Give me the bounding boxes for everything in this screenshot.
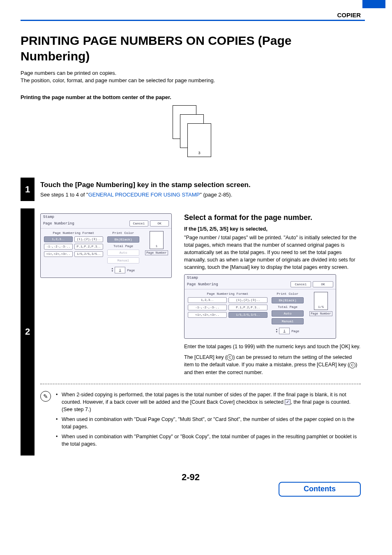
stack-sheet: 3 bbox=[187, 123, 211, 157]
auto-button-b[interactable]: Auto bbox=[272, 310, 304, 317]
preview-box: 1 bbox=[150, 231, 164, 249]
fmt-btn-b[interactable]: 1,2,3.. bbox=[188, 297, 227, 303]
step-2-para2b: The [CLEAR] key (C) can be pressed to re… bbox=[184, 354, 361, 376]
color-button-b[interactable]: Bk(Black) bbox=[272, 297, 304, 303]
total-page-label: Total Page bbox=[107, 244, 139, 248]
step-2-badge: 2 bbox=[21, 208, 35, 455]
fmt-btn[interactable]: 1/5,2/5,3/5.. bbox=[74, 251, 103, 257]
panel-screenshot-a: Stamp Page Numbering Cancel OK Page Numb… bbox=[40, 213, 172, 278]
note-item-3: When used in combination with "Pamphlet … bbox=[56, 433, 361, 448]
preview-value-b: 1/5 bbox=[314, 305, 327, 309]
intro-line-2: The position, color, format, and page nu… bbox=[21, 77, 361, 84]
format-heading: Page Numbering Format bbox=[44, 231, 103, 235]
format-heading-b: Page Numbering Format bbox=[188, 292, 267, 296]
color-button[interactable]: Bk(Black) bbox=[107, 236, 139, 243]
fmt-btn-b[interactable]: P.1,P.2,P.3.. bbox=[228, 305, 267, 310]
cancel-button[interactable]: Cancel bbox=[129, 220, 148, 227]
page-number-input[interactable]: 1 bbox=[115, 267, 125, 273]
panel-stamp-label-b: Stamp bbox=[184, 275, 336, 280]
fmt-btn-b[interactable]: (1),(2),(3).. bbox=[228, 297, 267, 303]
preview-caption: Page Number bbox=[145, 250, 168, 255]
step-2-title: Select a format for the page number. bbox=[184, 213, 361, 222]
page-spinner-label: Page bbox=[127, 268, 135, 272]
cancel-button-b[interactable]: Cancel bbox=[291, 281, 311, 287]
dotted-divider bbox=[40, 384, 361, 384]
fmt-btn[interactable]: P.1,P.2,P.3.. bbox=[74, 244, 103, 250]
header-accent bbox=[362, 0, 385, 8]
panel-title-label: Page Numbering bbox=[43, 222, 129, 226]
notes-block: ✎ When 2-sided copying is performed, the… bbox=[40, 388, 361, 451]
example-heading: Printing the page number at the bottom c… bbox=[21, 94, 361, 100]
preview-box-b: 1/5 bbox=[314, 292, 328, 310]
step-1-sub-prefix: See steps 1 to 4 of " bbox=[40, 192, 88, 198]
note-item-2: When used in combination with "Dual Page… bbox=[56, 416, 361, 430]
step-2-para2a: Enter the total pages (1 to 999) with th… bbox=[184, 343, 361, 350]
sheet-num: 3 bbox=[188, 151, 211, 155]
step-1-badge: 1 bbox=[21, 178, 35, 201]
spinner-arrows-icon[interactable]: ▲▼ bbox=[112, 268, 113, 273]
page-number-input-b[interactable]: 1 bbox=[279, 328, 290, 334]
spinner-arrows-icon-b[interactable]: ▲▼ bbox=[276, 328, 278, 333]
page-title: PRINTING PAGE NUMBERS ON COPIES (Page Nu… bbox=[21, 33, 361, 64]
intro-line-1: Page numbers can be printed on copies. bbox=[21, 69, 361, 77]
checkbox-icon: ✓ bbox=[285, 399, 291, 405]
fmt-btn[interactable]: <1>,<2>,<3>.. bbox=[44, 251, 73, 257]
step-1-subtext: See steps 1 to 4 of "GENERAL PROCEDURE F… bbox=[40, 192, 361, 198]
step-2-para1: "Page number / total pages" will be prin… bbox=[184, 234, 361, 271]
note-item-1: When 2-sided copying is performed, the t… bbox=[56, 391, 361, 413]
total-page-label-b: Total Page bbox=[272, 305, 304, 309]
manual-button-b[interactable]: Manual bbox=[272, 318, 304, 324]
intro-block: Page numbers can be printed on copies. T… bbox=[21, 69, 361, 84]
fmt-btn-b[interactable]: <1>,<2>,<3>.. bbox=[188, 312, 227, 318]
fmt-btn[interactable]: 1,2,3.. bbox=[44, 236, 73, 242]
auto-button[interactable]: Auto bbox=[107, 250, 139, 256]
header-rule bbox=[21, 20, 365, 21]
manual-button[interactable]: Manual bbox=[107, 257, 139, 264]
fmt-btn-b-selected[interactable]: 1/5,2/5,3/5.. bbox=[228, 312, 267, 318]
contents-button[interactable]: Contents bbox=[279, 482, 361, 497]
page-number-footer: 2-92 bbox=[21, 472, 361, 483]
section-label: COPIER bbox=[337, 12, 361, 18]
print-color-label: Print Color bbox=[107, 231, 139, 235]
panel-screenshot-b: Stamp Page Numbering Cancel OK Page Numb… bbox=[184, 274, 336, 339]
step-1-title: Touch the [Page Numbering] key in the st… bbox=[40, 181, 361, 189]
clear-key-icon: C bbox=[227, 354, 233, 361]
step-1: 1 Touch the [Page Numbering] key in the … bbox=[21, 178, 361, 201]
panel-title-label-b: Page Numbering bbox=[187, 282, 291, 287]
para2b-pre: The [CLEAR] key ( bbox=[184, 354, 227, 360]
stamp-procedure-link[interactable]: GENERAL PROCEDURE FOR USING STAMP bbox=[88, 192, 200, 198]
step-2: 2 Stamp Page Numbering Cancel OK Pa bbox=[21, 208, 361, 455]
preview-caption-b: Page Number bbox=[309, 311, 332, 316]
step-1-sub-suffix: " (page 2-85). bbox=[200, 192, 232, 198]
step-2-bold: If the [1/5, 2/5, 3/5] key is selected, bbox=[184, 225, 361, 233]
panel-stamp-label: Stamp bbox=[41, 214, 171, 220]
fmt-btn-b[interactable]: -1-,-2-,-3-.. bbox=[188, 305, 227, 310]
clear-key-icon: C bbox=[349, 362, 355, 368]
fmt-btn[interactable]: (1),(2),(3).. bbox=[74, 236, 103, 242]
page-spinner-label-b: Page bbox=[291, 329, 299, 333]
print-color-label-b: Print Color bbox=[272, 292, 304, 296]
paper-stack-illustration: 1 2 3 bbox=[150, 105, 232, 163]
preview-value: 1 bbox=[150, 244, 163, 248]
ok-button[interactable]: OK bbox=[150, 220, 169, 227]
note-icon: ✎ bbox=[40, 391, 51, 402]
ok-button-b[interactable]: OK bbox=[313, 281, 333, 287]
fmt-btn[interactable]: -1-,-2-,-3-.. bbox=[44, 244, 73, 250]
